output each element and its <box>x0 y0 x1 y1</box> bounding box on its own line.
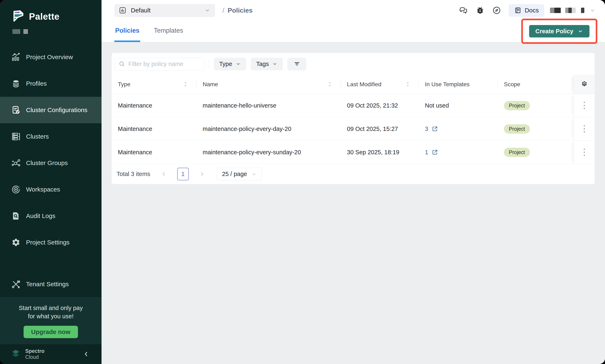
sidebar: Palette Project Overview <box>0 0 102 364</box>
table-row[interactable]: Maintenance maintenance-policy-every-sun… <box>112 141 595 164</box>
bug-icon <box>476 6 484 15</box>
type-filter-label: Type <box>219 61 232 67</box>
sidebar-item-project-settings[interactable]: Project Settings <box>0 229 102 256</box>
content-area: Type Tags <box>102 42 605 364</box>
in-use-templates-link[interactable]: 3 <box>425 126 438 132</box>
sidebar-item-profiles[interactable]: Profiles <box>0 70 102 97</box>
upgrade-now-button[interactable]: Upgrade now <box>24 326 78 338</box>
sidebar-item-label: Audit Logs <box>26 212 55 220</box>
project-chart-icon <box>118 6 127 14</box>
breadcrumb-policies[interactable]: Policies <box>228 7 253 14</box>
topbar-actions: Docs <box>451 4 596 17</box>
row-menu-button[interactable] <box>582 123 587 134</box>
footer-brand-line1: Spectro <box>25 348 44 354</box>
more-filters-button[interactable] <box>287 58 307 70</box>
sidebar-collapse-button[interactable] <box>82 351 90 358</box>
gear-icon <box>11 238 21 247</box>
column-header-type[interactable]: Type <box>112 75 196 94</box>
sidebar-item-clusters[interactable]: Clusters <box>0 123 102 150</box>
explore-button[interactable] <box>492 6 501 15</box>
sidebar-item-cluster-groups[interactable]: Cluster Groups <box>0 150 102 176</box>
chat-button[interactable] <box>459 6 468 15</box>
cell-last-modified: 09 Oct 2025, 21:32 <box>341 94 419 117</box>
app-window: Palette Project Overview <box>0 0 605 364</box>
in-use-templates-link[interactable]: 1 <box>425 149 438 156</box>
chevron-down-icon <box>251 171 257 177</box>
table-settings-button[interactable] <box>580 80 588 88</box>
type-filter-dropdown[interactable]: Type <box>214 58 246 70</box>
project-selector[interactable]: Default <box>114 4 215 17</box>
chevron-down-icon <box>272 61 277 67</box>
cell-type: Maintenance <box>112 94 196 117</box>
chevron-down-icon <box>204 7 210 13</box>
table-row[interactable]: Maintenance maintenance-hello-universe 0… <box>112 94 595 117</box>
cell-actions <box>574 94 595 117</box>
kebab-menu-icon <box>583 125 586 133</box>
filter-lines-icon <box>293 60 300 67</box>
column-label: Scope <box>504 81 520 88</box>
scope-badge: Project <box>504 124 530 134</box>
document-check-icon <box>11 105 21 115</box>
column-label: Name <box>203 81 218 88</box>
sidebar-item-workspaces[interactable]: Workspaces <box>0 176 102 203</box>
layers-icon <box>11 79 21 88</box>
main-area: Default / Policies <box>102 0 605 364</box>
column-header-last-modified[interactable]: Last Modified <box>341 75 419 94</box>
cell-in-use: 1 <box>419 141 498 164</box>
tab-policies[interactable]: Policies <box>114 21 140 42</box>
column-label: In Use Templates <box>425 81 470 88</box>
sort-icon <box>328 81 332 88</box>
docs-button[interactable]: Docs <box>509 4 544 17</box>
server-icon <box>11 132 21 141</box>
chevron-left-icon <box>161 171 167 177</box>
cell-type: Maintenance <box>112 141 196 164</box>
tags-filter-label: Tags <box>256 61 269 67</box>
chevron-down-icon <box>589 7 596 14</box>
in-use-count: 3 <box>425 126 428 132</box>
cell-last-modified: 30 Sep 2025, 18:19 <box>341 141 419 164</box>
sidebar-spacer <box>0 256 102 271</box>
chat-icon <box>459 6 468 15</box>
kebab-menu-icon <box>583 101 586 110</box>
bug-report-button[interactable] <box>476 6 485 15</box>
page-size-select[interactable]: 25 / page <box>217 168 262 180</box>
page-number[interactable]: 1 <box>177 168 189 180</box>
tags-filter-dropdown[interactable]: Tags <box>251 58 283 70</box>
cell-last-modified: 09 Oct 2025, 15:27 <box>341 117 419 141</box>
cell-name: maintenance-policy-every-sunday-20 <box>196 141 341 164</box>
search-icon <box>118 61 125 67</box>
annotation-highlight-box: Create Policy <box>521 19 597 44</box>
external-link-icon <box>432 126 438 132</box>
sidebar-item-tenant-settings[interactable]: Tenant Settings <box>0 271 102 297</box>
redacted-block <box>13 29 20 34</box>
redacted-user-block <box>581 8 584 13</box>
tab-templates[interactable]: Templates <box>153 21 184 42</box>
create-policy-label: Create Policy <box>535 28 573 35</box>
sidebar-item-audit-logs[interactable]: Audit Logs <box>0 203 102 229</box>
column-header-name[interactable]: Name <box>196 75 341 94</box>
table-row[interactable]: Maintenance maintenance-policy-every-day… <box>112 117 595 141</box>
column-header-scope: Scope <box>498 75 574 94</box>
cell-scope: Project <box>498 94 574 117</box>
row-menu-button[interactable] <box>582 100 587 111</box>
user-menu-button[interactable] <box>589 7 596 14</box>
upgrade-text-line2: for what you use! <box>6 312 95 320</box>
divider <box>209 59 209 69</box>
row-menu-button[interactable] <box>582 147 587 158</box>
prev-page-button[interactable] <box>161 171 167 177</box>
pagination-bar: Total 3 items 1 25 / page <box>112 164 595 184</box>
sidebar-item-label: Project Overview <box>26 53 73 61</box>
brand-logo: Palette <box>0 0 102 24</box>
external-link-icon <box>432 149 438 156</box>
cell-scope: Project <box>498 141 574 164</box>
search-input[interactable] <box>128 60 201 68</box>
sidebar-item-cluster-configurations[interactable]: Cluster Configurations <box>0 97 102 123</box>
network-icon <box>11 158 21 168</box>
create-policy-button[interactable]: Create Policy <box>529 25 590 38</box>
gear-icon <box>580 80 588 88</box>
column-header-actions <box>574 75 595 94</box>
next-page-button[interactable] <box>199 171 205 177</box>
redacted-user-block <box>550 8 561 13</box>
sidebar-item-project-overview[interactable]: Project Overview <box>0 44 102 70</box>
pagination-total: Total 3 items <box>117 171 150 177</box>
